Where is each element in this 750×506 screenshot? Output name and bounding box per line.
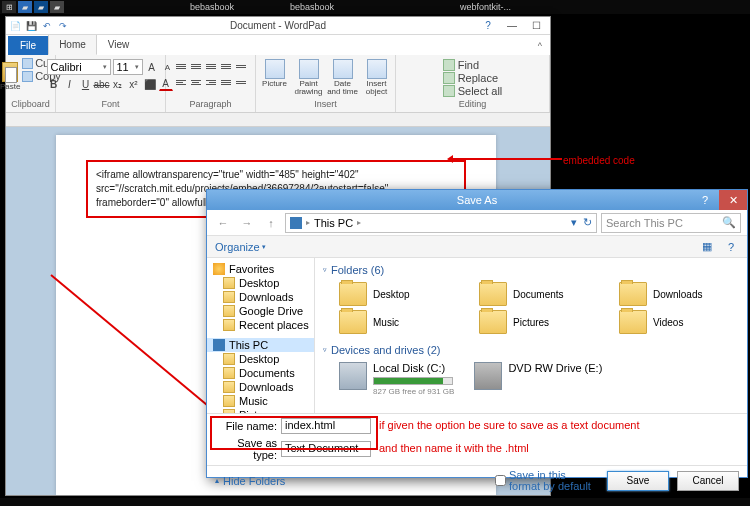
tree-favorites[interactable]: Favorites — [207, 262, 314, 276]
task-icon[interactable]: ▰ — [50, 1, 64, 13]
drive-local-c[interactable]: Local Disk (C:)827 GB free of 931 GB — [339, 362, 454, 397]
folder-documents[interactable]: Documents — [479, 282, 599, 306]
drive-dvd[interactable]: DVD RW Drive (E:) — [474, 362, 602, 397]
save-as-titlebar[interactable]: Save As ? ✕ — [207, 190, 747, 210]
start-button[interactable]: ⊞ — [2, 1, 16, 13]
paste-button[interactable]: Paste — [0, 57, 20, 95]
underline-button[interactable]: U — [79, 77, 93, 91]
tree-music[interactable]: Music — [207, 394, 314, 408]
location-text[interactable]: This PC — [314, 217, 353, 229]
up-button[interactable]: ↑ — [261, 213, 281, 233]
folder-pictures[interactable]: Pictures — [479, 310, 599, 334]
folder-desktop[interactable]: Desktop — [339, 282, 459, 306]
save-button[interactable]: Save — [607, 471, 669, 491]
tab-home[interactable]: Home — [48, 34, 97, 55]
tree-downloads2[interactable]: Downloads — [207, 380, 314, 394]
tree-desktop[interactable]: Desktop — [207, 276, 314, 290]
chevron-right-icon[interactable]: ▸ — [306, 218, 310, 227]
align-right-button[interactable] — [204, 75, 218, 89]
help-icon[interactable]: ? — [723, 239, 739, 255]
align-center-button[interactable] — [189, 75, 203, 89]
folder-music[interactable]: Music — [339, 310, 459, 334]
bullets-button[interactable] — [204, 59, 218, 73]
undo-icon[interactable]: ↶ — [40, 19, 54, 33]
tree-documents[interactable]: Documents — [207, 366, 314, 380]
tree-recent[interactable]: Recent places — [207, 318, 314, 332]
tree-thispc[interactable]: This PC — [207, 338, 314, 352]
close-icon[interactable]: ✕ — [719, 190, 747, 210]
minimize-icon[interactable]: — — [500, 19, 524, 33]
taskbar-bottom — [0, 498, 750, 506]
increase-indent-button[interactable] — [189, 59, 203, 73]
hide-folders-button[interactable]: ▴Hide Folders — [215, 475, 285, 487]
insert-object-button[interactable]: Insert object — [361, 59, 393, 96]
maximize-icon[interactable]: ☐ — [524, 19, 548, 33]
filename-input[interactable]: index.html — [281, 418, 371, 434]
save-icon[interactable]: 💾 — [24, 19, 38, 33]
task-label[interactable]: bebasbook — [290, 2, 334, 12]
organize-button[interactable]: Organize ▾ — [215, 241, 266, 253]
back-button[interactable]: ← — [213, 213, 233, 233]
search-input[interactable]: Search This PC🔍 — [601, 213, 741, 233]
star-icon — [213, 263, 225, 275]
strike-button[interactable]: abc — [95, 77, 109, 91]
folder-downloads[interactable]: Downloads — [619, 282, 739, 306]
wordpad-titlebar[interactable]: 📄 💾 ↶ ↷ Document - WordPad ? — ☐ — [6, 17, 550, 35]
ribbon: Paste Cut Copy Clipboard Calibri▾ 11▾ A … — [6, 55, 550, 113]
ribbon-collapse-icon[interactable]: ^ — [530, 37, 550, 55]
help-icon[interactable]: ? — [476, 19, 500, 33]
folder-icon — [619, 310, 647, 334]
savetype-label: Save as type: — [215, 437, 277, 461]
wordpad-icon: 📄 — [8, 19, 22, 33]
font-size-combo[interactable]: 11▾ — [113, 59, 143, 75]
grow-font-icon[interactable]: A — [145, 60, 159, 74]
bold-button[interactable]: B — [47, 77, 61, 91]
tree-downloads[interactable]: Downloads — [207, 290, 314, 304]
save-format-checkbox[interactable]: Save in this format by default — [495, 470, 599, 492]
find-button[interactable]: Find — [443, 59, 503, 71]
tree-desktop2[interactable]: Desktop — [207, 352, 314, 366]
content-pane[interactable]: ▿Folders (6) Desktop Documents Downloads… — [315, 258, 747, 413]
redo-icon[interactable]: ↷ — [56, 19, 70, 33]
highlight-button[interactable]: ⬛ — [143, 77, 157, 91]
paragraph-dialog-button[interactable] — [234, 75, 248, 89]
drives-section-header[interactable]: ▿Devices and drives (2) — [323, 342, 739, 358]
annotation-text: if given the option be sure to save as a… — [375, 419, 640, 432]
help-icon[interactable]: ? — [691, 190, 719, 210]
view-options-icon[interactable]: ▦ — [699, 239, 715, 255]
replace-button[interactable]: Replace — [443, 72, 503, 84]
task-label[interactable]: bebasbook — [190, 2, 234, 12]
justify-button[interactable] — [219, 75, 233, 89]
tab-file[interactable]: File — [8, 36, 48, 55]
task-icon[interactable]: ▰ — [34, 1, 48, 13]
picture-button[interactable]: Picture — [259, 59, 291, 96]
cancel-button[interactable]: Cancel — [677, 471, 739, 491]
task-label[interactable]: webfontkit-... — [460, 2, 511, 12]
decrease-indent-button[interactable] — [174, 59, 188, 73]
address-bar[interactable]: ▸ This PC ▸ ▾ ↻ — [285, 213, 597, 233]
italic-button[interactable]: I — [63, 77, 77, 91]
select-all-button[interactable]: Select all — [443, 85, 503, 97]
window-title: Document - WordPad — [230, 20, 326, 31]
line-spacing-button[interactable] — [219, 59, 233, 73]
dialog-toolbar: Organize ▾ ▦ ? — [207, 236, 747, 258]
para-button[interactable] — [234, 59, 248, 73]
subscript-button[interactable]: x₂ — [111, 77, 125, 91]
find-icon — [443, 59, 455, 71]
align-left-button[interactable] — [174, 75, 188, 89]
folder-videos[interactable]: Videos — [619, 310, 739, 334]
paint-button[interactable]: Paint drawing — [293, 59, 325, 96]
task-icon[interactable]: ▰ — [18, 1, 32, 13]
superscript-button[interactable]: x² — [127, 77, 141, 91]
ruler[interactable] — [6, 113, 550, 127]
chevron-right-icon[interactable]: ▸ — [357, 218, 361, 227]
folder-icon — [223, 381, 235, 393]
savetype-combo[interactable]: Text Document — [281, 441, 371, 457]
tab-view[interactable]: View — [97, 34, 141, 55]
datetime-button[interactable]: Date and time — [327, 59, 359, 96]
font-family-combo[interactable]: Calibri▾ — [47, 59, 111, 75]
folders-section-header[interactable]: ▿Folders (6) — [323, 262, 739, 278]
tree-gdrive[interactable]: Google Drive — [207, 304, 314, 318]
pc-icon — [290, 217, 302, 229]
nav-tree[interactable]: Favorites Desktop Downloads Google Drive… — [207, 258, 315, 413]
